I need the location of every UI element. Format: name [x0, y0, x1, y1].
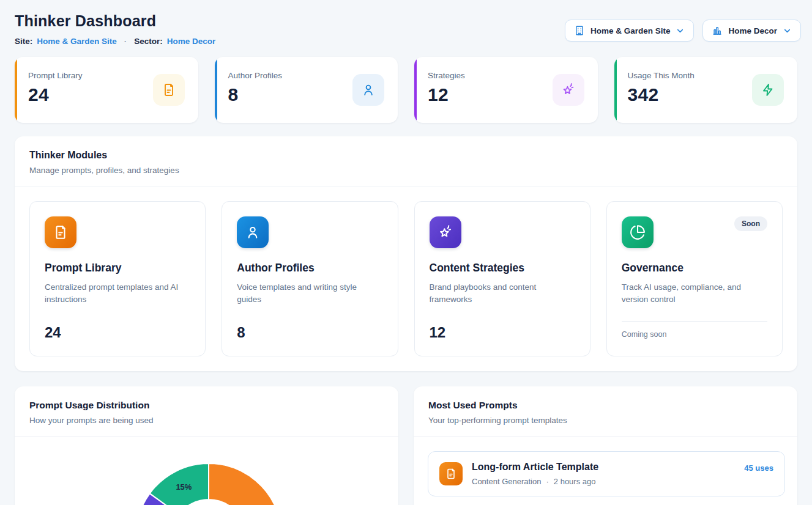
- modules-title: Thinker Modules: [29, 150, 783, 161]
- prompt-item-title: Long-form Article Template: [472, 462, 735, 473]
- chevron-down-icon: [676, 26, 685, 35]
- site-selector-label: Home & Garden Site: [590, 26, 671, 35]
- modules-subtitle: Manage prompts, profiles, and strategies: [29, 166, 783, 175]
- chevron-down-icon: [783, 26, 792, 35]
- prompts-card-title: Most Used Prompts: [428, 400, 783, 411]
- prompt-item-uses-badge: 45 uses: [744, 463, 773, 473]
- site-label: Site:: [15, 37, 32, 46]
- pie-chart-icon: [622, 216, 654, 248]
- sector-label: Sector:: [134, 37, 163, 46]
- sparkle-star-icon: [553, 74, 584, 106]
- lightning-icon: [752, 74, 784, 106]
- page-header: Thinker Dashboard Site: Home & Garden Si…: [0, 0, 812, 54]
- module-count: 8: [237, 324, 382, 341]
- document-icon: [45, 216, 76, 248]
- module-title: Governance: [622, 262, 767, 275]
- coming-soon-text: Coming soon: [622, 330, 767, 339]
- modules-grid: Prompt Library Centralized prompt templa…: [15, 186, 797, 371]
- modules-header: Thinker Modules Manage prompts, profiles…: [15, 136, 797, 186]
- sector-selector-button[interactable]: Home Decor: [702, 20, 801, 42]
- module-description: Centralized prompt templates and AI inst…: [45, 281, 190, 319]
- stats-row: Prompt Library 24 Author Profiles 8 Stra…: [15, 57, 797, 123]
- document-icon: [439, 462, 463, 485]
- prompt-item-time: 2 hours ago: [554, 477, 596, 486]
- bar-chart-icon: [712, 25, 723, 36]
- thinker-modules-section: Thinker Modules Manage prompts, profiles…: [15, 136, 797, 371]
- document-icon: [153, 74, 185, 106]
- stat-card-usage-this-month[interactable]: Usage This Month 342: [614, 57, 798, 123]
- stat-card-strategies[interactable]: Strategies 12: [414, 57, 598, 123]
- meta-separator: ·: [546, 477, 548, 486]
- module-card-governance[interactable]: Soon Governance Track AI usage, complian…: [606, 201, 783, 356]
- sector-value-link[interactable]: Home Decor: [167, 37, 216, 46]
- breadcrumb-separator: ·: [124, 37, 127, 46]
- module-description: Track AI usage, compliance, and version …: [622, 281, 767, 321]
- prompt-item-category: Content Generation: [472, 477, 541, 486]
- prompt-list-item[interactable]: Long-form Article Template Content Gener…: [428, 451, 785, 496]
- module-card-author-profiles[interactable]: Author Profiles Voice templates and writ…: [222, 201, 398, 356]
- stat-card-author-profiles[interactable]: Author Profiles 8: [215, 57, 398, 123]
- prompts-card-header: Most Used Prompts Your top-performing pr…: [414, 386, 797, 437]
- sector-selector-label: Home Decor: [728, 26, 777, 35]
- thinker-dashboard-page: Thinker Dashboard Site: Home & Garden Si…: [0, 0, 812, 505]
- donut-slice[interactable]: [209, 463, 281, 505]
- header-selectors: Home & Garden Site Home Decor: [565, 20, 801, 42]
- module-divider: [622, 321, 767, 322]
- module-description: Voice templates and writing style guides: [237, 281, 382, 319]
- module-title: Prompt Library: [45, 262, 190, 275]
- prompt-item-main: Long-form Article Template Content Gener…: [472, 462, 735, 486]
- module-title: Content Strategies: [430, 262, 575, 275]
- site-selector-button[interactable]: Home & Garden Site: [565, 20, 695, 42]
- module-title: Author Profiles: [237, 262, 382, 275]
- most-used-prompts-card: Most Used Prompts Your top-performing pr…: [414, 386, 797, 505]
- prompts-card-subtitle: Your top-performing prompt templates: [428, 416, 783, 425]
- donut-slice-label: 15%: [176, 482, 192, 492]
- site-value-link[interactable]: Home & Garden Site: [37, 37, 117, 46]
- prompt-item-meta: Content Generation · 2 hours ago: [472, 477, 735, 486]
- soon-badge: Soon: [734, 216, 767, 231]
- sparkle-star-icon: [430, 216, 461, 248]
- module-description: Brand playbooks and content frameworks: [430, 281, 575, 319]
- module-count: 24: [45, 324, 190, 341]
- module-card-content-strategies[interactable]: Content Strategies Brand playbooks and c…: [414, 201, 590, 356]
- bottom-row: Prompt Usage Distribution How your promp…: [15, 386, 797, 505]
- building-icon: [574, 25, 585, 36]
- module-count: 12: [430, 324, 575, 341]
- usage-donut-chart: 45%25%15%15%: [15, 386, 398, 505]
- prompt-usage-distribution-card: Prompt Usage Distribution How your promp…: [15, 386, 398, 505]
- user-icon: [352, 74, 384, 106]
- module-card-prompt-library[interactable]: Prompt Library Centralized prompt templa…: [29, 201, 206, 356]
- user-icon: [237, 216, 269, 248]
- stat-card-prompt-library[interactable]: Prompt Library 24: [15, 57, 198, 123]
